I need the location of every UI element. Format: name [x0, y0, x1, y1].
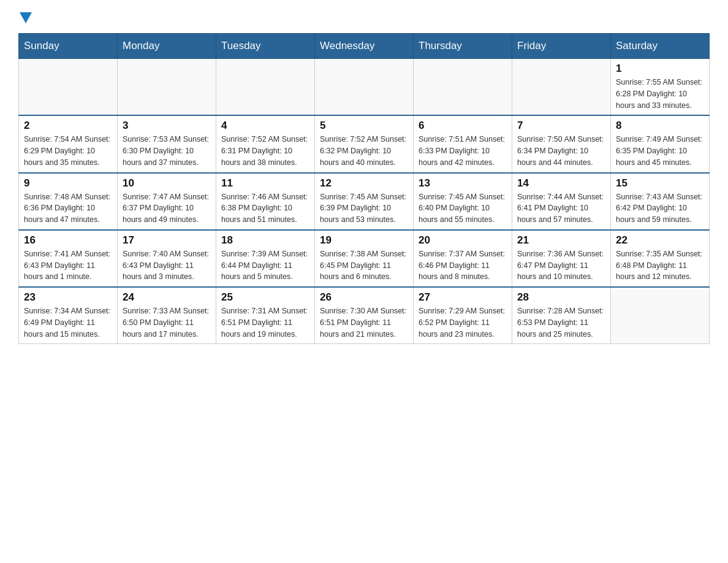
day-info: Sunrise: 7:36 AM Sunset: 6:47 PM Dayligh… [517, 248, 605, 283]
calendar-week-4: 16Sunrise: 7:41 AM Sunset: 6:43 PM Dayli… [19, 230, 710, 287]
day-number: 7 [517, 120, 605, 132]
calendar-cell: 22Sunrise: 7:35 AM Sunset: 6:48 PM Dayli… [611, 230, 710, 287]
weekday-header-wednesday: Wednesday [315, 34, 414, 59]
calendar-cell [118, 59, 216, 116]
weekday-header-thursday: Thursday [414, 34, 512, 59]
calendar-week-2: 2Sunrise: 7:54 AM Sunset: 6:29 PM Daylig… [19, 115, 710, 172]
day-number: 15 [616, 177, 704, 190]
weekday-header-monday: Monday [118, 34, 216, 59]
calendar-cell: 8Sunrise: 7:49 AM Sunset: 6:35 PM Daylig… [611, 115, 710, 172]
calendar-cell: 21Sunrise: 7:36 AM Sunset: 6:47 PM Dayli… [512, 230, 611, 287]
calendar-cell: 14Sunrise: 7:44 AM Sunset: 6:41 PM Dayli… [512, 173, 611, 230]
calendar-cell: 9Sunrise: 7:48 AM Sunset: 6:36 PM Daylig… [19, 173, 118, 230]
day-number: 26 [320, 291, 408, 304]
day-info: Sunrise: 7:46 AM Sunset: 6:38 PM Dayligh… [221, 191, 309, 226]
day-number: 2 [24, 120, 112, 132]
calendar-cell: 20Sunrise: 7:37 AM Sunset: 6:46 PM Dayli… [414, 230, 512, 287]
calendar-week-1: 1Sunrise: 7:55 AM Sunset: 6:28 PM Daylig… [19, 59, 710, 116]
day-info: Sunrise: 7:34 AM Sunset: 6:49 PM Dayligh… [24, 305, 112, 340]
day-info: Sunrise: 7:40 AM Sunset: 6:43 PM Dayligh… [123, 248, 211, 283]
day-number: 28 [517, 291, 605, 304]
day-info: Sunrise: 7:31 AM Sunset: 6:51 PM Dayligh… [221, 305, 309, 340]
day-number: 20 [419, 234, 507, 247]
day-number: 16 [24, 234, 112, 247]
calendar-cell: 4Sunrise: 7:52 AM Sunset: 6:31 PM Daylig… [216, 115, 315, 172]
calendar-cell: 5Sunrise: 7:52 AM Sunset: 6:32 PM Daylig… [315, 115, 414, 172]
day-number: 19 [320, 234, 408, 247]
calendar-cell [414, 59, 512, 116]
calendar-cell: 10Sunrise: 7:47 AM Sunset: 6:37 PM Dayli… [118, 173, 216, 230]
calendar-cell: 7Sunrise: 7:50 AM Sunset: 6:34 PM Daylig… [512, 115, 611, 172]
day-number: 24 [123, 291, 211, 304]
day-number: 11 [221, 177, 309, 190]
day-info: Sunrise: 7:39 AM Sunset: 6:44 PM Dayligh… [221, 248, 309, 283]
day-number: 12 [320, 177, 408, 190]
day-info: Sunrise: 7:45 AM Sunset: 6:40 PM Dayligh… [419, 191, 507, 226]
calendar-cell: 12Sunrise: 7:45 AM Sunset: 6:39 PM Dayli… [315, 173, 414, 230]
calendar-cell: 6Sunrise: 7:51 AM Sunset: 6:33 PM Daylig… [414, 115, 512, 172]
calendar-cell: 27Sunrise: 7:29 AM Sunset: 6:52 PM Dayli… [414, 287, 512, 344]
day-number: 8 [616, 120, 704, 132]
day-number: 9 [24, 177, 112, 190]
calendar-cell: 19Sunrise: 7:38 AM Sunset: 6:45 PM Dayli… [315, 230, 414, 287]
day-info: Sunrise: 7:38 AM Sunset: 6:45 PM Dayligh… [320, 248, 408, 283]
day-info: Sunrise: 7:48 AM Sunset: 6:36 PM Dayligh… [24, 191, 112, 226]
calendar-cell: 2Sunrise: 7:54 AM Sunset: 6:29 PM Daylig… [19, 115, 118, 172]
calendar-cell: 16Sunrise: 7:41 AM Sunset: 6:43 PM Dayli… [19, 230, 118, 287]
day-info: Sunrise: 7:28 AM Sunset: 6:53 PM Dayligh… [517, 305, 605, 340]
calendar: SundayMondayTuesdayWednesdayThursdayFrid… [18, 33, 710, 344]
day-number: 18 [221, 234, 309, 247]
calendar-cell [512, 59, 611, 116]
day-info: Sunrise: 7:47 AM Sunset: 6:37 PM Dayligh… [123, 191, 211, 226]
day-info: Sunrise: 7:49 AM Sunset: 6:35 PM Dayligh… [616, 134, 704, 168]
weekday-header-friday: Friday [512, 34, 611, 59]
day-info: Sunrise: 7:41 AM Sunset: 6:43 PM Dayligh… [24, 248, 112, 283]
day-info: Sunrise: 7:43 AM Sunset: 6:42 PM Dayligh… [616, 191, 704, 226]
day-number: 23 [24, 291, 112, 304]
day-info: Sunrise: 7:52 AM Sunset: 6:31 PM Dayligh… [221, 134, 309, 168]
day-info: Sunrise: 7:55 AM Sunset: 6:28 PM Dayligh… [616, 77, 704, 111]
day-number: 4 [221, 120, 309, 132]
calendar-cell [315, 59, 414, 116]
calendar-cell: 23Sunrise: 7:34 AM Sunset: 6:49 PM Dayli… [19, 287, 118, 344]
calendar-cell: 17Sunrise: 7:40 AM Sunset: 6:43 PM Dayli… [118, 230, 216, 287]
calendar-cell: 3Sunrise: 7:53 AM Sunset: 6:30 PM Daylig… [118, 115, 216, 172]
logo-triangle-icon [20, 12, 32, 23]
weekday-header-sunday: Sunday [19, 34, 118, 59]
day-number: 14 [517, 177, 605, 190]
weekday-header-row: SundayMondayTuesdayWednesdayThursdayFrid… [19, 34, 710, 59]
weekday-header-tuesday: Tuesday [216, 34, 315, 59]
calendar-cell: 28Sunrise: 7:28 AM Sunset: 6:53 PM Dayli… [512, 287, 611, 344]
day-info: Sunrise: 7:52 AM Sunset: 6:32 PM Dayligh… [320, 134, 408, 168]
calendar-cell [611, 287, 710, 344]
day-number: 10 [123, 177, 211, 190]
calendar-cell [216, 59, 315, 116]
weekday-header-saturday: Saturday [611, 34, 710, 59]
day-info: Sunrise: 7:35 AM Sunset: 6:48 PM Dayligh… [616, 248, 704, 283]
day-info: Sunrise: 7:33 AM Sunset: 6:50 PM Dayligh… [123, 305, 211, 340]
day-info: Sunrise: 7:29 AM Sunset: 6:52 PM Dayligh… [419, 305, 507, 340]
calendar-cell [19, 59, 118, 116]
day-info: Sunrise: 7:51 AM Sunset: 6:33 PM Dayligh… [419, 134, 507, 168]
day-number: 21 [517, 234, 605, 247]
day-number: 22 [616, 234, 704, 247]
day-number: 13 [419, 177, 507, 190]
header [18, 12, 710, 23]
day-number: 27 [419, 291, 507, 304]
calendar-cell: 13Sunrise: 7:45 AM Sunset: 6:40 PM Dayli… [414, 173, 512, 230]
day-info: Sunrise: 7:37 AM Sunset: 6:46 PM Dayligh… [419, 248, 507, 283]
day-number: 6 [419, 120, 507, 132]
day-info: Sunrise: 7:50 AM Sunset: 6:34 PM Dayligh… [517, 134, 605, 168]
calendar-cell: 11Sunrise: 7:46 AM Sunset: 6:38 PM Dayli… [216, 173, 315, 230]
calendar-cell: 25Sunrise: 7:31 AM Sunset: 6:51 PM Dayli… [216, 287, 315, 344]
day-number: 25 [221, 291, 309, 304]
day-info: Sunrise: 7:44 AM Sunset: 6:41 PM Dayligh… [517, 191, 605, 226]
day-info: Sunrise: 7:54 AM Sunset: 6:29 PM Dayligh… [24, 134, 112, 168]
day-number: 3 [123, 120, 211, 132]
calendar-cell: 18Sunrise: 7:39 AM Sunset: 6:44 PM Dayli… [216, 230, 315, 287]
logo [18, 12, 33, 23]
day-info: Sunrise: 7:30 AM Sunset: 6:51 PM Dayligh… [320, 305, 408, 340]
calendar-week-5: 23Sunrise: 7:34 AM Sunset: 6:49 PM Dayli… [19, 287, 710, 344]
day-info: Sunrise: 7:45 AM Sunset: 6:39 PM Dayligh… [320, 191, 408, 226]
calendar-cell: 26Sunrise: 7:30 AM Sunset: 6:51 PM Dayli… [315, 287, 414, 344]
